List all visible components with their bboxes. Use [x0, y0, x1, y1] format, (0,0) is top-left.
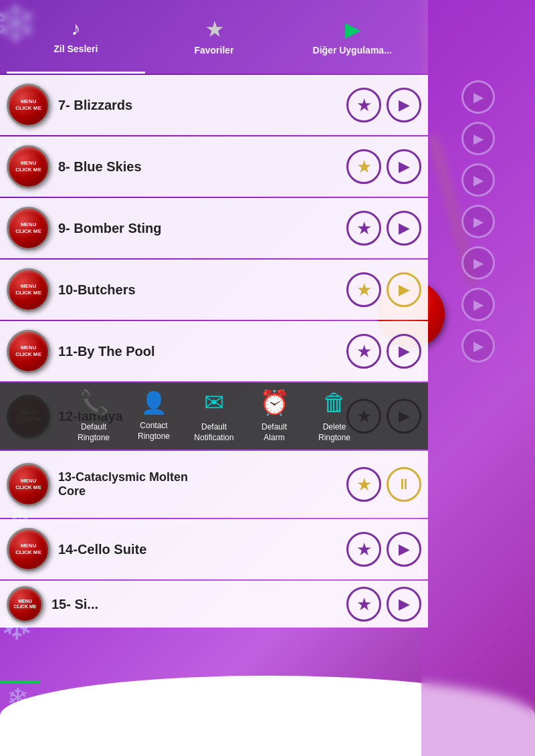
ctx-delete-ringtone-label: DeleteRingtone [318, 422, 350, 443]
ctx-delete-ringtone[interactable]: 🗑 DeleteRingtone [311, 389, 358, 443]
action-btns-15: ★ ▶ [346, 587, 421, 622]
right-play-2: ▶ [461, 122, 495, 155]
menu-btn-text-9: MENUCLICK ME [15, 221, 41, 234]
action-btns-10: ★ ▶ [346, 272, 421, 307]
ctx-default-notification-label: DefaultNotification [194, 422, 233, 443]
song-row-7[interactable]: MENUCLICK ME 7- Blizzards ★ ▶ [0, 75, 428, 135]
context-menu-inner: 📞 DefaultRingtone 👤 ContactRingtone ✉ De… [57, 383, 371, 450]
header-tabs: ♪ Zil Sesleri ★ Favoriler ▶ Diğer Uygula… [0, 0, 428, 74]
menu-btn-text-13: MENUCLICK ME [15, 478, 41, 490]
favorite-btn-10[interactable]: ★ [346, 272, 381, 307]
alarm-icon: ⏰ [259, 389, 290, 417]
play-btn-8[interactable]: ▶ [387, 149, 421, 184]
song-name-10: 10-Butchers [50, 282, 346, 298]
favorite-btn-7[interactable]: ★ [346, 88, 381, 122]
play-store-icon: ▶ [345, 19, 360, 41]
menu-button-14[interactable]: MENUCLICK ME [7, 528, 50, 571]
ctx-contact-ringtone-label: ContactRingtone [138, 421, 170, 442]
action-btns-14: ★ ▶ [346, 532, 421, 567]
menu-button-11[interactable]: MENUCLICK ME [7, 330, 50, 373]
ctx-default-notification[interactable]: ✉ DefaultNotification [191, 389, 237, 443]
song-row-11[interactable]: MENUCLICK ME 11-By The Pool ★ ▶ [0, 321, 428, 381]
trash-icon: 🗑 [322, 389, 346, 417]
music-icon: ♪ [71, 18, 80, 39]
song-name-15: 15- Si... [43, 597, 346, 612]
right-panel: ▶ ▶ ▶ ▶ ▶ ▶ ▶ [421, 0, 535, 756]
tab2-label: Favoriler [194, 45, 233, 56]
song-name-7: 7- Blizzards [50, 98, 346, 113]
tab-diger[interactable]: ▶ Diğer Uygulama... [283, 0, 421, 74]
song-name-11: 11-By The Pool [50, 344, 346, 359]
menu-btn-text-10: MENUCLICK ME [15, 283, 41, 296]
song-list: MENUCLICK ME 7- Blizzards ★ ▶ MENUCLICK … [0, 75, 428, 628]
menu-btn-text-14: MENUCLICK ME [15, 543, 41, 555]
phone-icon: 📞 [79, 389, 109, 417]
favorite-btn-13[interactable]: ★ [346, 467, 381, 502]
play-btn-10[interactable]: ▶ [387, 272, 421, 307]
main-content: ♪ Zil Sesleri ★ Favoriler ▶ Diğer Uygula… [0, 0, 428, 756]
song-name-8: 8- Blue Skies [50, 159, 346, 175]
ctx-default-alarm-label: DefaultAlarm [261, 422, 287, 443]
favorite-btn-15[interactable]: ★ [346, 587, 381, 622]
action-btns-8: ★ ▶ [346, 149, 421, 184]
star-icon: ★ [206, 19, 223, 41]
menu-btn-text-8: MENUCLICK ME [15, 160, 41, 173]
song-name-9: 9- Bomber Sting [50, 221, 346, 236]
song-row-14[interactable]: MENUCLICK ME 14-Cello Suite ★ ▶ [0, 519, 428, 579]
song-name-13: 13-Cataclysmic MoltenCore [50, 470, 346, 498]
tab-favoriler[interactable]: ★ Favoriler [145, 0, 284, 74]
tab3-label: Diğer Uygulama... [313, 45, 392, 56]
menu-button-10[interactable]: MENUCLICK ME [7, 268, 50, 312]
menu-button-15[interactable]: MENUCLICK ME [7, 586, 43, 623]
menu-button-9[interactable]: MENUCLICK ME [7, 207, 50, 250]
song-row-12[interactable]: MENUCLICK ME 12-Iamaya ★ ▶ 📞 DefaultRing… [0, 383, 428, 450]
ctx-contact-ringtone[interactable]: 👤 ContactRingtone [130, 390, 177, 442]
action-btns-13: ★ ⏸ [346, 467, 421, 502]
ctx-default-alarm[interactable]: ⏰ DefaultAlarm [251, 389, 298, 443]
song-row-15[interactable]: MENUCLICK ME 15- Si... ★ ▶ [0, 581, 428, 628]
action-btns-9: ★ ▶ [346, 211, 421, 246]
favorite-btn-9[interactable]: ★ [346, 211, 381, 246]
progress-bar [0, 680, 40, 684]
right-play-7: ▶ [461, 329, 495, 363]
play-btn-9[interactable]: ▶ [387, 211, 421, 246]
play-btn-7[interactable]: ▶ [387, 88, 421, 122]
right-play-1: ▶ [461, 80, 495, 114]
ctx-default-ringtone[interactable]: 📞 DefaultRingtone [70, 389, 117, 443]
song-row-8[interactable]: MENUCLICK ME 8- Blue Skies ★ ▶ [0, 136, 428, 197]
action-btns-7: ★ ▶ [346, 88, 421, 122]
favorite-btn-11[interactable]: ★ [346, 334, 381, 369]
email-icon: ✉ [204, 389, 224, 417]
right-play-3: ▶ [461, 163, 495, 197]
tab-zil-sesleri[interactable]: ♪ Zil Sesleri [7, 0, 145, 74]
right-play-4: ▶ [461, 205, 495, 238]
action-btns-11: ★ ▶ [346, 334, 421, 369]
right-play-6: ▶ [461, 288, 495, 321]
person-icon: 👤 [140, 390, 167, 415]
menu-btn-text-7: MENUCLICK ME [15, 98, 41, 111]
menu-btn-text-11: MENUCLICK ME [15, 345, 41, 357]
menu-button-13[interactable]: MENUCLICK ME [7, 463, 50, 506]
favorite-btn-8[interactable]: ★ [346, 149, 381, 184]
menu-btn-text-15: MENUCLICK ME [14, 599, 37, 610]
play-btn-11[interactable]: ▶ [387, 334, 421, 369]
song-name-14: 14-Cello Suite [50, 542, 346, 557]
tab1-label: Zil Sesleri [54, 43, 98, 54]
pause-btn-13[interactable]: ⏸ [387, 467, 421, 502]
song-row-13[interactable]: MENUCLICK ME 13-Cataclysmic MoltenCore ★… [0, 451, 428, 518]
song-row-10[interactable]: MENUCLICK ME 10-Butchers ★ ▶ [0, 260, 428, 320]
menu-button-8[interactable]: MENUCLICK ME [7, 145, 50, 189]
context-menu: 📞 DefaultRingtone 👤 ContactRingtone ✉ De… [0, 383, 428, 450]
right-play-5: ▶ [461, 246, 495, 280]
ctx-default-ringtone-label: DefaultRingtone [78, 422, 110, 443]
menu-button-7[interactable]: MENUCLICK ME [7, 84, 50, 127]
favorite-btn-14[interactable]: ★ [346, 532, 381, 567]
song-row-9[interactable]: MENUCLICK ME 9- Bomber Sting ★ ▶ [0, 198, 428, 258]
play-btn-14[interactable]: ▶ [387, 532, 421, 567]
play-btn-15[interactable]: ▶ [387, 587, 421, 622]
